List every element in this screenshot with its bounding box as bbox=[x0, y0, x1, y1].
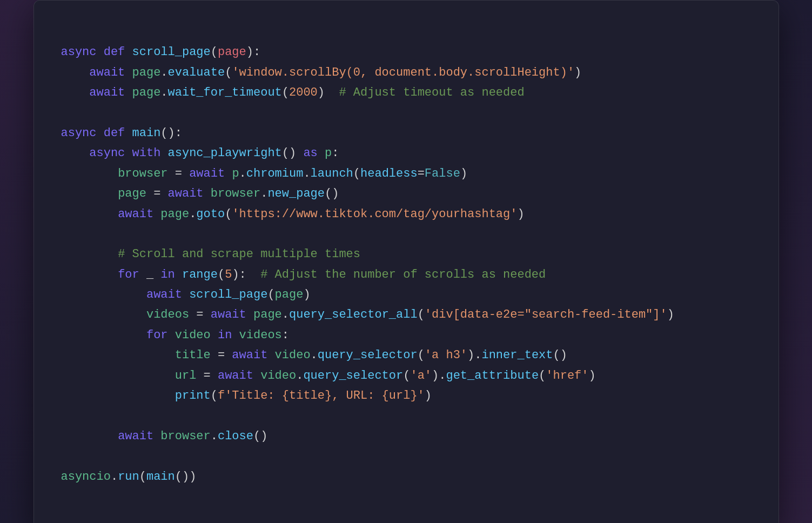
code-container: async def scroll_page(page): await page.… bbox=[33, 0, 779, 523]
code-block: async def scroll_page(page): await page.… bbox=[61, 22, 751, 507]
